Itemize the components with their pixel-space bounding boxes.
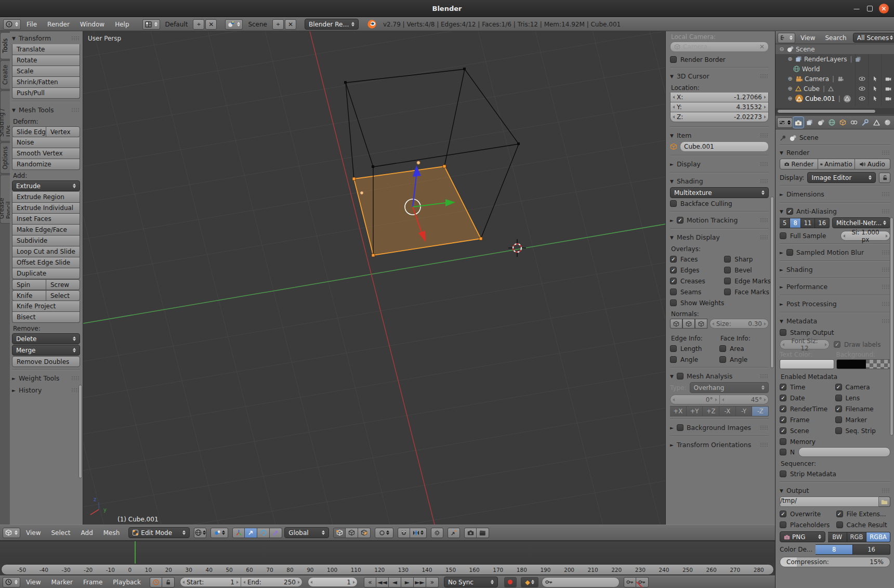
tool-button[interactable]: Scale — [12, 66, 80, 77]
checkbox[interactable] — [670, 356, 677, 363]
timeline-track[interactable] — [0, 541, 775, 564]
selectability-cursor-icon[interactable] — [869, 96, 882, 101]
depth-button[interactable]: 8 — [816, 544, 853, 555]
checkbox[interactable] — [836, 521, 843, 528]
tool-button-remove-doubles[interactable]: Remove Doubles — [12, 356, 80, 367]
output-check[interactable]: Cache Result — [836, 519, 891, 530]
opengl-render-button[interactable] — [464, 528, 477, 538]
menu-view[interactable]: View — [21, 577, 45, 587]
overlay-check[interactable]: Show Weights — [670, 297, 724, 308]
overlay-check[interactable]: Sharp — [724, 254, 771, 265]
menu-help[interactable]: Help — [110, 19, 134, 30]
timeline-ruler[interactable]: -50-40-30-20-100102030405060708090100110… — [1, 564, 774, 575]
manipulator-axis-toggle[interactable] — [232, 528, 245, 538]
tool-button[interactable]: Offset Edge Slide — [12, 257, 80, 268]
info-check[interactable]: Area — [719, 343, 769, 354]
metadata-check[interactable]: Lens — [835, 393, 891, 403]
panel-grip[interactable] — [71, 36, 80, 41]
add-layout-button[interactable]: ＋ — [193, 19, 204, 30]
mesh-analysis-panel-header[interactable]: ▼ Mesh Analysis — [670, 370, 769, 382]
outliner-row-cube-001[interactable]: ⊕ Cube.001 | — [775, 94, 894, 103]
snap-target-button[interactable] — [431, 528, 443, 538]
checkbox[interactable] — [780, 438, 786, 445]
note-text-field[interactable] — [798, 447, 890, 457]
panel-grip[interactable] — [882, 302, 890, 306]
checkbox[interactable] — [724, 256, 731, 263]
tool-button[interactable]: Noise — [12, 137, 80, 148]
render-engine-dropdown[interactable]: Blender Render — [305, 19, 359, 30]
panel-grip[interactable] — [882, 488, 890, 493]
cursor3d-panel-header[interactable]: ▼ 3D Cursor — [670, 70, 769, 82]
anti-aliasing-panel-header[interactable]: ▼ Anti-Aliasing — [780, 205, 890, 217]
panel-grip[interactable] — [760, 74, 769, 79]
scene-name[interactable]: Scene — [244, 21, 271, 28]
number-field[interactable]: Y: 4.31532 — [670, 102, 769, 112]
menu-frame[interactable]: Frame — [78, 577, 107, 587]
checkbox[interactable] — [670, 278, 677, 284]
npanel-scrollbar[interactable] — [770, 197, 774, 368]
tab-tools[interactable]: Tools — [0, 32, 10, 59]
play-reverse-button[interactable]: ◄ — [389, 577, 401, 587]
overlay-check[interactable]: Creases — [670, 276, 724, 286]
window-titlebar[interactable]: Blender — ✕ — [0, 0, 894, 17]
axis-button[interactable]: -Y — [736, 406, 753, 416]
background-color-swatch[interactable] — [836, 359, 891, 369]
checkbox[interactable] — [780, 329, 786, 336]
checkbox[interactable] — [677, 424, 683, 431]
properties-scrollbar[interactable] — [890, 217, 893, 436]
delete-scene-button[interactable]: ✕ — [285, 19, 296, 30]
stamp-output-check[interactable]: Stamp Output — [780, 327, 890, 338]
checkbox[interactable] — [677, 373, 683, 380]
output-check[interactable]: Placeholders — [780, 519, 834, 530]
auto-keyframe-button[interactable] — [504, 577, 517, 587]
display-panel-header[interactable]: ► Display — [670, 158, 769, 170]
menu-marker[interactable]: Marker — [46, 577, 77, 587]
sample-count-button[interactable]: 8 — [790, 218, 800, 228]
info-check[interactable]: Angle — [719, 354, 769, 365]
number-field[interactable]: Z: -2.02273 — [670, 112, 769, 122]
checkbox[interactable] — [835, 395, 842, 401]
tool-button[interactable]: Extrude Individual — [12, 203, 80, 214]
menu-add[interactable]: Add — [76, 528, 98, 538]
metadata-check[interactable]: Camera — [835, 382, 891, 393]
tab-constraints[interactable] — [849, 117, 859, 128]
checkbox[interactable] — [835, 427, 842, 434]
post-processing-panel-header[interactable]: ► Post Processing — [780, 298, 890, 310]
tab-object[interactable] — [838, 117, 848, 128]
clear-icon[interactable]: ✕ — [759, 43, 765, 50]
active-keying-set-field[interactable] — [542, 577, 620, 587]
screen-layout-icon-button[interactable] — [142, 19, 160, 30]
outliner-hscrollbar[interactable] — [775, 108, 894, 114]
number-field[interactable]: X: -1.27066 — [670, 93, 769, 102]
overlay-check[interactable]: Face Marks — [724, 286, 771, 297]
current-frame-field[interactable]: 1 — [308, 577, 358, 587]
tool-button[interactable]: Rotate — [12, 55, 80, 66]
panel-grip[interactable] — [882, 250, 890, 255]
tool-button-screw[interactable]: Screw — [46, 279, 80, 290]
outliner-row-camera[interactable]: ⊕ Camera | — [775, 74, 894, 84]
checkbox[interactable] — [834, 341, 840, 348]
metadata-check[interactable]: Seq. Strip — [835, 425, 891, 436]
visibility-eye-icon[interactable] — [856, 76, 869, 82]
play-button[interactable]: ► — [401, 577, 414, 587]
time-indicator-toggle[interactable] — [150, 577, 162, 587]
render-audio-button[interactable]: Audio — [855, 159, 890, 169]
object-name-field[interactable]: Cube.001 — [680, 141, 769, 152]
note-checkbox[interactable] — [780, 449, 786, 455]
overlay-check[interactable]: Edge Marks — [724, 276, 771, 286]
menu-select[interactable]: Select — [46, 528, 75, 538]
tab-shading-uvs[interactable]: Shading / UVs — [0, 90, 10, 141]
jump-to-start-button[interactable]: « — [364, 577, 376, 587]
strip-metadata-check[interactable]: Strip Metadata — [780, 468, 890, 479]
compression-slider[interactable]: Compression: 15% — [780, 557, 890, 567]
aa-size-field[interactable]: Si: 1.000 px — [840, 231, 890, 241]
overlay-check[interactable]: Seams — [670, 286, 724, 297]
backface-culling-check[interactable]: Backface Culling — [670, 198, 769, 209]
delete-keyframe-button[interactable] — [636, 577, 649, 587]
panel-grip[interactable] — [882, 209, 890, 214]
scene-selector-icon-button[interactable] — [225, 19, 243, 30]
panel-grip[interactable] — [882, 150, 890, 155]
transform-orientations-panel-header[interactable]: ► Transform Orientations — [670, 439, 769, 451]
panel-grip[interactable] — [882, 284, 890, 289]
render-button[interactable]: Render — [780, 159, 818, 169]
